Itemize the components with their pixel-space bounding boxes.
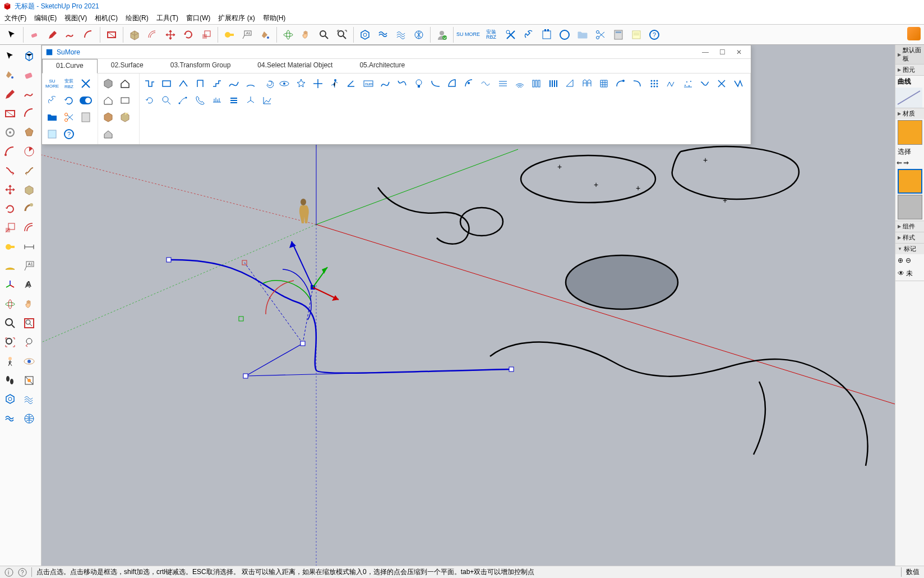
wave2-l[interactable] (1, 410, 19, 428)
zoom-window-l[interactable] (20, 314, 38, 332)
help-icon-sb[interactable]: ? (18, 568, 27, 577)
scatter-icon[interactable] (680, 76, 696, 91)
pan-tool[interactable] (298, 26, 315, 43)
offset-l[interactable] (20, 219, 38, 237)
menu-view[interactable]: 视图(V) (64, 13, 87, 23)
close-button[interactable]: ✕ (731, 47, 747, 58)
refresh-icon[interactable] (61, 93, 77, 108)
tools-icon[interactable] (520, 26, 537, 43)
su-more-button[interactable]: SU MORE (456, 26, 480, 43)
arc-icon[interactable] (243, 76, 258, 91)
house-icon[interactable] (117, 76, 133, 91)
material-swatch-1[interactable] (898, 120, 922, 145)
house3-icon[interactable] (100, 126, 116, 142)
zoom-tool[interactable] (316, 26, 332, 43)
globe-l[interactable] (20, 410, 38, 428)
zoom-extents-l[interactable] (1, 333, 19, 351)
tab-architecture[interactable]: 05.Architecture (346, 59, 418, 73)
wave-l[interactable] (20, 391, 38, 409)
circle-l[interactable] (1, 123, 19, 141)
curve-down-icon[interactable] (428, 76, 443, 91)
align-icon[interactable] (226, 93, 242, 108)
snake-icon[interactable] (697, 76, 713, 91)
eye-icon[interactable] (276, 76, 292, 91)
dots-icon[interactable] (646, 76, 662, 91)
extension-1[interactable] (357, 26, 373, 43)
maximize-button[interactable]: ☐ (714, 47, 731, 58)
arc2-l[interactable] (1, 143, 19, 160)
zoom-l[interactable] (1, 314, 19, 332)
fence-icon[interactable] (579, 76, 595, 91)
lines-icon[interactable] (495, 76, 511, 91)
help2-icon[interactable]: ? (61, 126, 77, 142)
calc-icon[interactable] (78, 109, 94, 125)
rp-styles[interactable]: 样式 (895, 232, 924, 243)
menu-extensions[interactable]: 扩展程序 (x) (218, 13, 255, 23)
material-swatch-2[interactable] (898, 169, 922, 194)
nav-back-icon[interactable]: ⇐ (897, 159, 902, 167)
folder-open-icon[interactable] (44, 109, 60, 125)
quarter2-icon[interactable] (461, 76, 477, 91)
rect-l[interactable] (1, 104, 19, 122)
move-l[interactable] (1, 181, 19, 199)
arc-l[interactable] (20, 104, 38, 122)
folder-icon[interactable] (574, 26, 591, 43)
menu-camera[interactable]: 相机(C) (95, 13, 118, 23)
ime-indicator-icon[interactable] (907, 27, 921, 40)
circle-check-icon[interactable] (556, 26, 573, 43)
previous-view-l[interactable] (20, 333, 38, 351)
info-icon[interactable]: i (4, 568, 13, 577)
notepad-icon[interactable] (628, 26, 645, 43)
scale-l[interactable] (1, 219, 19, 237)
tab-curve[interactable]: 01.Curve (42, 59, 98, 74)
orbit-l[interactable] (1, 295, 19, 313)
user-icon[interactable] (433, 26, 450, 43)
graph-icon[interactable] (260, 93, 275, 108)
tab-select-material[interactable]: 04.Select Material Object (244, 59, 346, 73)
component-tool[interactable] (20, 47, 38, 65)
extension-2[interactable] (375, 26, 391, 43)
walk-l[interactable] (1, 371, 19, 389)
rp-default[interactable]: 默认面板 (895, 45, 924, 64)
house2-icon[interactable] (100, 93, 116, 108)
wrench-x-icon[interactable] (78, 76, 94, 91)
paint-bucket-l[interactable] (1, 66, 19, 84)
look-around-l[interactable] (20, 352, 38, 370)
protractor-l[interactable] (1, 257, 19, 275)
extension-3[interactable] (392, 26, 409, 43)
triangle-icon[interactable] (562, 76, 578, 91)
move-tool[interactable] (162, 26, 179, 43)
tape-tool[interactable] (221, 26, 238, 43)
axes2-icon[interactable] (243, 93, 258, 108)
sumore-text-btn[interactable]: SUMORE (44, 76, 60, 91)
pushpull-l[interactable] (20, 181, 38, 199)
toggle-icon[interactable] (78, 93, 94, 108)
num-icon[interactable]: num (361, 76, 376, 91)
wave-single-icon[interactable] (226, 76, 242, 91)
menu-help[interactable]: 帮助(H) (263, 13, 286, 23)
step-icon[interactable] (209, 76, 225, 91)
position-camera-l[interactable] (1, 352, 19, 370)
zigzag2-icon[interactable] (663, 76, 679, 91)
text-l[interactable]: A1 (20, 257, 38, 275)
pushpull-tool[interactable] (126, 26, 143, 43)
curve-g-icon[interactable] (613, 76, 629, 91)
dimension-l[interactable] (20, 238, 38, 256)
line-tool-l[interactable] (1, 85, 19, 103)
polygon-l[interactable] (20, 123, 38, 141)
scale-tool[interactable] (198, 26, 215, 43)
add-tag-icon[interactable]: ⊕ (898, 256, 903, 264)
eraser-l[interactable] (20, 66, 38, 84)
zoom-extents-tool[interactable] (334, 26, 350, 43)
section-l[interactable] (20, 371, 38, 389)
text-tool[interactable]: A1 (239, 26, 256, 43)
bars-icon[interactable] (546, 76, 561, 91)
scissors2-icon[interactable] (61, 109, 77, 125)
zigzag3-icon[interactable] (731, 76, 746, 91)
orbit-tool[interactable] (280, 26, 297, 43)
package-icon[interactable] (100, 109, 116, 125)
calculator-icon[interactable] (610, 26, 627, 43)
menu-file[interactable]: 文件(F) (4, 13, 26, 23)
3dtext-l[interactable]: AA (20, 276, 38, 294)
cross-arrows-icon[interactable] (310, 76, 326, 91)
